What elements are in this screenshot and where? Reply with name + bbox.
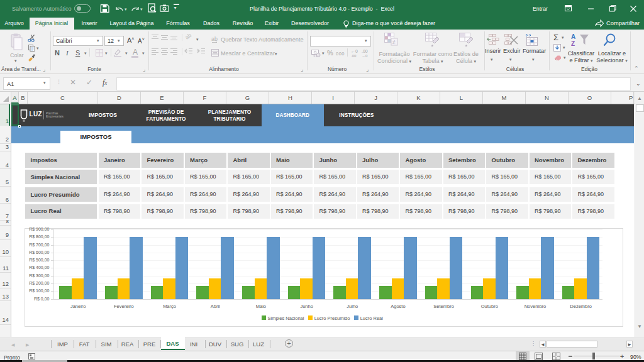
svg-text:Z: Z <box>571 40 575 47</box>
svg-text:A: A <box>571 33 575 40</box>
svg-text:ab: ab <box>184 34 192 41</box>
svg-text:≠: ≠ <box>392 39 396 45</box>
svg-text:ab: ab <box>211 36 218 42</box>
